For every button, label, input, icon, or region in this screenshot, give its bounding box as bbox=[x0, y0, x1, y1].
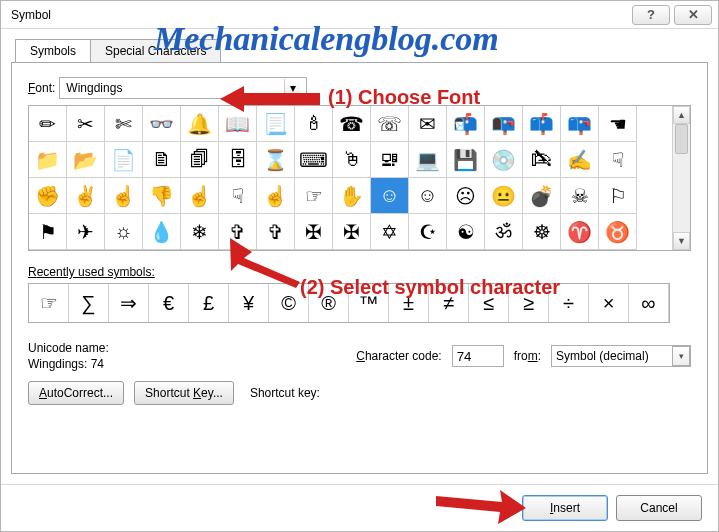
symbol-cell[interactable]: 👓 bbox=[143, 106, 181, 142]
symbol-cell[interactable]: 🗐 bbox=[181, 142, 219, 178]
symbol-cell[interactable]: 📪 bbox=[561, 106, 599, 142]
recent-symbol-cell[interactable]: ® bbox=[309, 284, 349, 322]
scroll-down-icon[interactable]: ▼ bbox=[673, 232, 690, 250]
symbol-cell[interactable]: 🗄 bbox=[219, 142, 257, 178]
symbol-cell[interactable]: 📬 bbox=[447, 106, 485, 142]
recent-symbol-cell[interactable]: ≠ bbox=[429, 284, 469, 322]
symbol-grid[interactable]: ✏✂✄👓🔔📖📃🕯☎☏✉📬📭📫📪☚📁📂📄🗎🗐🗄⌛⌨🖰🖳💻💾💿🖎✍☟✊✌☝👎☝☟☝☞… bbox=[29, 106, 672, 250]
symbol-cell[interactable]: ☎ bbox=[333, 106, 371, 142]
symbol-cell[interactable]: 💣 bbox=[523, 178, 561, 214]
recent-symbol-cell[interactable]: × bbox=[589, 284, 629, 322]
recent-symbol-cell[interactable]: ☞ bbox=[29, 284, 69, 322]
recent-symbol-cell[interactable]: € bbox=[149, 284, 189, 322]
symbol-cell[interactable]: ✄ bbox=[105, 106, 143, 142]
recent-symbol-cell[interactable]: ≥ bbox=[509, 284, 549, 322]
symbol-cell[interactable]: 💻 bbox=[409, 142, 447, 178]
symbol-cell[interactable]: ♈ bbox=[561, 214, 599, 250]
scroll-thumb[interactable] bbox=[675, 124, 688, 154]
recent-symbol-cell[interactable]: ± bbox=[389, 284, 429, 322]
symbol-cell[interactable]: 👎 bbox=[143, 178, 181, 214]
recent-symbol-cell[interactable]: ∑ bbox=[69, 284, 109, 322]
shortcut-key-button[interactable]: Shortcut Key... bbox=[134, 381, 234, 405]
close-button[interactable]: ✕ bbox=[674, 5, 712, 25]
cancel-button[interactable]: Cancel bbox=[616, 495, 702, 521]
symbol-cell[interactable]: ✋ bbox=[333, 178, 371, 214]
symbol-cell[interactable]: ☠ bbox=[561, 178, 599, 214]
autocorrect-button[interactable]: AutoCorrect... bbox=[28, 381, 124, 405]
unicode-name-block: Unicode name: Wingdings: 74 bbox=[28, 341, 109, 371]
symbol-cell[interactable]: ☟ bbox=[599, 142, 637, 178]
symbol-cell[interactable]: 🖳 bbox=[371, 142, 409, 178]
symbol-cell[interactable]: ☝ bbox=[105, 178, 143, 214]
symbol-cell[interactable]: 💿 bbox=[485, 142, 523, 178]
symbol-cell[interactable]: ⌨ bbox=[295, 142, 333, 178]
insert-button[interactable]: Insert bbox=[522, 495, 608, 521]
symbol-cell[interactable]: ✂ bbox=[67, 106, 105, 142]
symbol-cell[interactable]: ⌛ bbox=[257, 142, 295, 178]
symbol-cell[interactable]: 📁 bbox=[29, 142, 67, 178]
symbol-cell[interactable]: ☚ bbox=[599, 106, 637, 142]
recent-symbol-cell[interactable]: ¥ bbox=[229, 284, 269, 322]
symbol-cell[interactable]: ☸ bbox=[523, 214, 561, 250]
font-row: Font: Wingdings ▾ bbox=[28, 77, 691, 99]
symbol-cell[interactable]: ♉ bbox=[599, 214, 637, 250]
symbol-cell[interactable]: 💧 bbox=[143, 214, 181, 250]
symbol-cell[interactable]: ⚑ bbox=[29, 214, 67, 250]
symbol-cell[interactable]: ⚐ bbox=[599, 178, 637, 214]
symbol-cell[interactable]: ✍ bbox=[561, 142, 599, 178]
symbol-cell[interactable]: ☝ bbox=[181, 178, 219, 214]
symbol-cell[interactable]: ✊ bbox=[29, 178, 67, 214]
symbol-cell[interactable]: ✠ bbox=[295, 214, 333, 250]
recent-symbol-cell[interactable]: £ bbox=[189, 284, 229, 322]
grid-scrollbar[interactable]: ▲ ▼ bbox=[672, 106, 690, 250]
symbol-cell[interactable]: 🔔 bbox=[181, 106, 219, 142]
svg-marker-0 bbox=[220, 86, 320, 112]
symbol-cell[interactable]: ✈ bbox=[67, 214, 105, 250]
symbol-cell[interactable]: 📫 bbox=[523, 106, 561, 142]
symbol-cell[interactable]: ✌ bbox=[67, 178, 105, 214]
svg-marker-2 bbox=[436, 490, 526, 524]
symbol-cell[interactable]: ☞ bbox=[295, 178, 333, 214]
scroll-track[interactable] bbox=[673, 124, 690, 232]
symbol-cell[interactable]: ☼ bbox=[105, 214, 143, 250]
tab-symbols[interactable]: Symbols bbox=[15, 39, 91, 62]
tab-special-label: Special Characters bbox=[105, 44, 206, 58]
character-code-input[interactable] bbox=[452, 345, 504, 367]
symbol-cell[interactable]: 🖎 bbox=[523, 142, 561, 178]
symbol-cell[interactable]: ☹ bbox=[447, 178, 485, 214]
symbol-cell[interactable]: 🗎 bbox=[143, 142, 181, 178]
shortcut-key-display-label: Shortcut key: bbox=[250, 386, 320, 400]
from-select[interactable]: Symbol (decimal) ▾ bbox=[551, 345, 691, 367]
recent-symbol-cell[interactable]: ÷ bbox=[549, 284, 589, 322]
symbol-cell[interactable]: ☟ bbox=[219, 178, 257, 214]
tab-special-characters[interactable]: Special Characters bbox=[90, 39, 221, 62]
scroll-up-icon[interactable]: ▲ bbox=[673, 106, 690, 124]
symbol-cell[interactable]: 💾 bbox=[447, 142, 485, 178]
symbol-cell[interactable]: 😐 bbox=[485, 178, 523, 214]
symbol-cell[interactable]: ☺ bbox=[409, 178, 447, 214]
font-select-value: Wingdings bbox=[66, 81, 122, 95]
symbol-grid-wrap: ✏✂✄👓🔔📖📃🕯☎☏✉📬📭📫📪☚📁📂📄🗎🗐🗄⌛⌨🖰🖳💻💾💿🖎✍☟✊✌☝👎☝☟☝☞… bbox=[28, 105, 691, 251]
recent-symbol-cell[interactable]: © bbox=[269, 284, 309, 322]
symbol-cell[interactable]: ✠ bbox=[333, 214, 371, 250]
symbol-cell[interactable]: ✡ bbox=[371, 214, 409, 250]
symbol-cell[interactable]: ☪ bbox=[409, 214, 447, 250]
symbol-cell[interactable]: 📭 bbox=[485, 106, 523, 142]
symbol-cell[interactable]: ☯ bbox=[447, 214, 485, 250]
recent-symbol-cell[interactable]: ∞ bbox=[629, 284, 669, 322]
recent-grid[interactable]: ☞∑⇒€£¥©®™±≠≤≥÷×∞ bbox=[28, 283, 670, 323]
symbol-cell[interactable]: ☏ bbox=[371, 106, 409, 142]
symbol-cell[interactable]: 📂 bbox=[67, 142, 105, 178]
recent-symbol-cell[interactable]: ™ bbox=[349, 284, 389, 322]
recent-symbol-cell[interactable]: ≤ bbox=[469, 284, 509, 322]
symbol-cell[interactable]: ❄ bbox=[181, 214, 219, 250]
symbol-cell[interactable]: ✉ bbox=[409, 106, 447, 142]
symbol-cell[interactable]: 🖰 bbox=[333, 142, 371, 178]
help-button[interactable]: ? bbox=[632, 5, 670, 25]
symbol-cell[interactable]: 📄 bbox=[105, 142, 143, 178]
symbol-cell[interactable]: ✏ bbox=[29, 106, 67, 142]
symbol-cell[interactable]: ☺ bbox=[371, 178, 409, 214]
symbol-cell[interactable]: ☝ bbox=[257, 178, 295, 214]
symbol-cell[interactable]: ॐ bbox=[485, 214, 523, 250]
recent-symbol-cell[interactable]: ⇒ bbox=[109, 284, 149, 322]
